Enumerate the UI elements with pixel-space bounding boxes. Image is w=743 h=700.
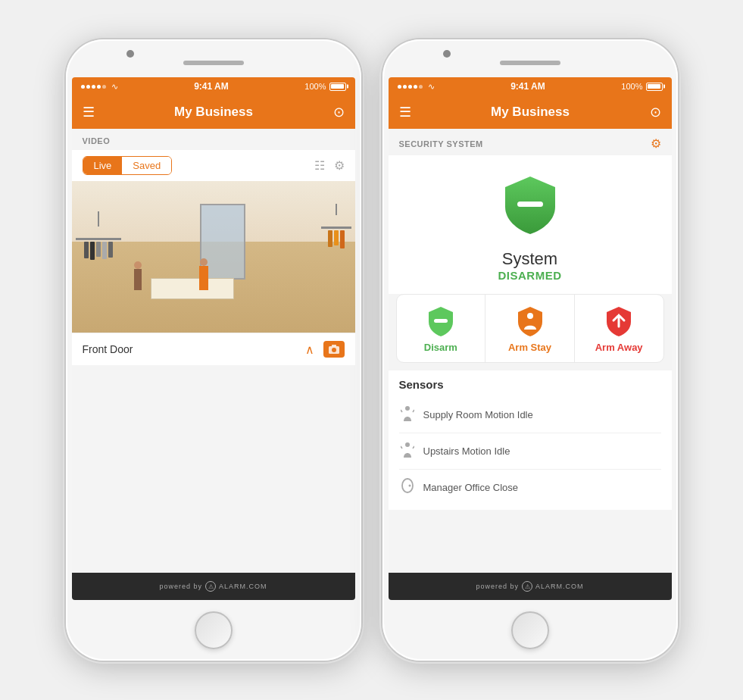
battery-bar-left [329, 83, 346, 91]
camera-dot-right [443, 50, 451, 58]
alarm-logo-right: powered by ⚠ ALARM.COM [476, 581, 583, 592]
sensors-title: Sensors [399, 378, 661, 391]
battery-fill-left [331, 84, 344, 89]
status-right-left: 100% [304, 82, 345, 91]
camera-dot [126, 50, 134, 58]
sensor-row-supply: Supply Room Motion Idle [399, 397, 661, 433]
camera-name: Front Door [83, 343, 133, 355]
svg-line-10 [401, 446, 402, 448]
phone-bottom-left [66, 600, 361, 661]
video-content: VIDEO Live Saved ☷ ⚙ [72, 129, 355, 573]
alarm-icon-left: ⚠ [205, 581, 216, 592]
svg-rect-4 [434, 319, 448, 323]
tab-live[interactable]: Live [83, 157, 123, 174]
right-phone: ∿ 9:41 AM 100% ☰ My Business ⊙ [382, 39, 678, 661]
powered-by-right: powered by [476, 583, 519, 590]
video-section-label: VIDEO [72, 129, 355, 150]
arm-stay-label: Arm Stay [508, 342, 551, 353]
status-bar-right: ∿ 9:41 AM 100% [389, 77, 672, 95]
status-left: ∿ [81, 82, 118, 92]
sig-r5 [419, 85, 423, 89]
person-figure [199, 258, 208, 290]
svg-rect-2 [332, 345, 336, 347]
status-time-right: 9:41 AM [510, 81, 545, 92]
chevron-up-icon[interactable]: ∧ [305, 342, 314, 357]
snapshot-icon[interactable] [323, 341, 345, 358]
footer-bar-left: powered by ⚠ ALARM.COM [72, 573, 355, 600]
arm-away-shield-icon [602, 304, 635, 337]
video-ctrl-icons: ☷ ⚙ [314, 158, 345, 173]
system-status: DISARMED [498, 269, 561, 282]
settings-icon-left[interactable]: ⊙ [333, 104, 345, 120]
home-button-left[interactable] [195, 611, 233, 649]
nav-title-right: My Business [491, 105, 570, 120]
svg-point-12 [402, 479, 413, 492]
sig-r1 [398, 85, 401, 89]
security-gear-icon[interactable]: ⚙ [651, 136, 661, 151]
sensor-text-supply: Supply Room Motion Idle [423, 409, 533, 420]
battery-percent-right: 100% [621, 82, 642, 91]
speaker-right [500, 61, 560, 65]
person-figure-2 [134, 261, 142, 290]
menu-icon-left[interactable]: ☰ [83, 104, 95, 120]
video-feed [72, 181, 355, 333]
signal-dot-5 [102, 85, 106, 89]
motion-icon-upstairs [399, 441, 416, 461]
status-left-right: ∿ [398, 82, 435, 92]
security-status-area: System DISARMED [389, 155, 672, 294]
sensors-section: Sensors Supply Room Motion Idle [389, 370, 672, 510]
arm-stay-shield-icon [514, 304, 547, 337]
sensor-row-office: Manager Office Close [399, 470, 661, 505]
signal-dots [81, 85, 106, 89]
disarm-shield-icon [424, 304, 457, 337]
svg-line-7 [401, 410, 402, 412]
menu-icon-right[interactable]: ☰ [399, 104, 411, 120]
battery-percent-left: 100% [304, 82, 326, 91]
tab-saved[interactable]: Saved [122, 157, 171, 174]
alarm-logo-left: powered by ⚠ ALARM.COM [159, 581, 267, 592]
settings-icon-right[interactable]: ⊙ [650, 104, 661, 120]
store-background [72, 181, 355, 333]
security-section-label: SECURITY SYSTEM [399, 139, 483, 148]
footer-bar-right: powered by ⚠ ALARM.COM [389, 573, 672, 600]
video-controls: Live Saved ☷ ⚙ [72, 150, 355, 181]
system-label: System [502, 249, 557, 269]
arm-away-button[interactable]: Arm Away [575, 295, 663, 362]
svg-point-5 [527, 313, 533, 319]
left-phone: ∿ 9:41 AM 100% ☰ My Business ⊙ VIDE [66, 39, 361, 661]
shield-icon-large [496, 170, 564, 239]
signal-dot-1 [81, 85, 85, 89]
signal-dot-2 [86, 85, 90, 89]
phone-top-left [66, 39, 361, 77]
brand-left: ALARM.COM [219, 583, 267, 590]
arm-stay-button[interactable]: Arm Stay [485, 295, 575, 362]
sig-r2 [403, 85, 407, 89]
gear-icon-video[interactable]: ⚙ [334, 158, 345, 173]
signal-dots-right [398, 85, 423, 89]
svg-point-6 [405, 406, 410, 411]
video-tabs: Live Saved [83, 156, 173, 175]
status-bar-left: ∿ 9:41 AM 100% [72, 77, 355, 95]
nav-bar-right: ☰ My Business ⊙ [389, 95, 672, 129]
nav-title-left: My Business [174, 105, 253, 120]
phone-bottom-right [382, 600, 678, 661]
phones-container: ∿ 9:41 AM 100% ☰ My Business ⊙ VIDE [51, 24, 693, 676]
wifi-icon: ∿ [111, 82, 118, 92]
brand-right: ALARM.COM [535, 583, 584, 590]
sensor-text-upstairs: Upstairs Motion Idle [423, 445, 510, 457]
battery-fill-right [648, 84, 660, 89]
status-time-left: 9:41 AM [194, 81, 229, 92]
filter-icon[interactable]: ☷ [314, 158, 325, 173]
clothes-rack-left [76, 211, 121, 272]
home-button-right[interactable] [511, 611, 549, 649]
disarm-label: Disarm [424, 342, 457, 353]
signal-dot-4 [97, 85, 101, 89]
wifi-icon-right: ∿ [428, 82, 435, 92]
svg-point-9 [405, 442, 410, 447]
speaker [183, 61, 244, 65]
svg-point-1 [332, 348, 336, 352]
motion-icon-supply [399, 405, 416, 425]
svg-line-8 [413, 410, 414, 412]
left-screen: ∿ 9:41 AM 100% ☰ My Business ⊙ VIDE [72, 77, 355, 600]
disarm-button[interactable]: Disarm [397, 295, 486, 362]
